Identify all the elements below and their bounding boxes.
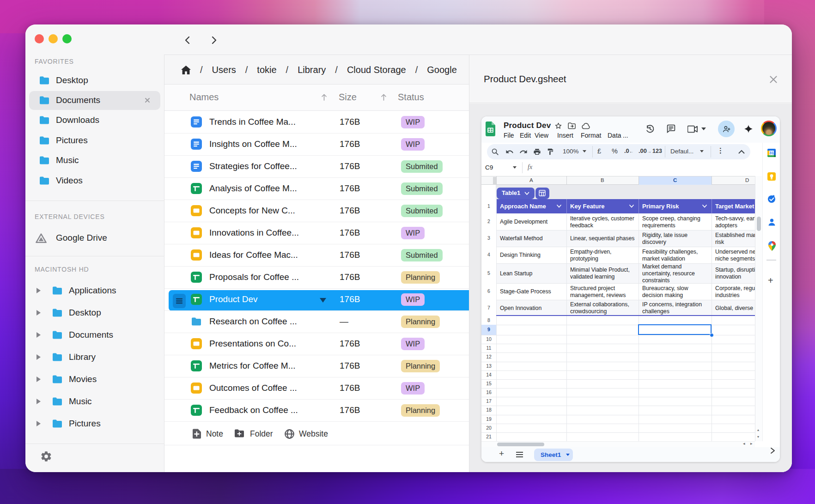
svg-text:31: 31 (769, 151, 774, 155)
